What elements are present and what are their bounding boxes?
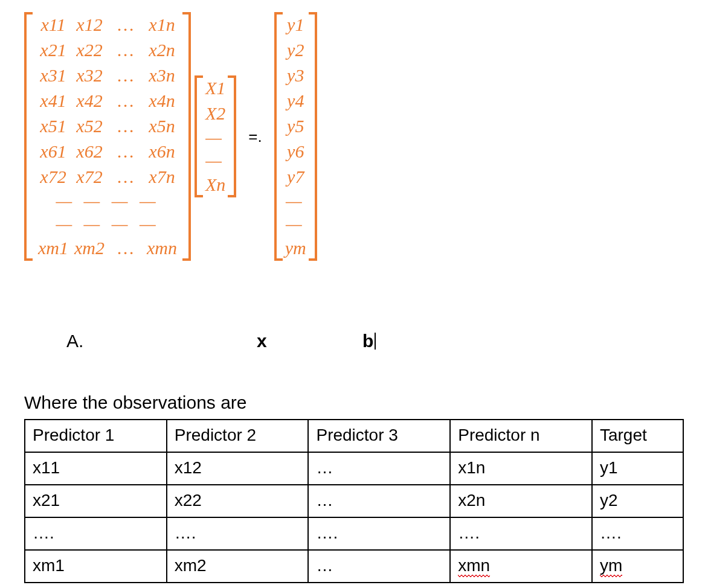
bracket-right-icon xyxy=(228,75,236,197)
bracket-right-icon xyxy=(182,12,191,261)
matrix-cell: x62 xyxy=(71,142,108,161)
matrix-cell: x72 xyxy=(35,168,71,186)
vector-cell: y7 xyxy=(287,167,304,187)
matrix-cell: … xyxy=(108,168,144,186)
label-x: x xyxy=(257,331,267,351)
vector-x: X1 X2 — — Xn xyxy=(195,75,236,197)
table-row: …. …. …. …. …. xyxy=(25,517,683,550)
table-cell: x1n xyxy=(450,452,592,485)
spellcheck-underline: ym xyxy=(600,556,622,577)
vector-cell: y5 xyxy=(287,116,304,136)
table-cell: x22 xyxy=(167,485,309,517)
matrix-cell: xm1 xyxy=(35,239,71,257)
matrix-cell: … xyxy=(108,92,144,110)
vector-cell: y6 xyxy=(287,141,304,161)
table-header-cell: Predictor 3 xyxy=(308,420,450,452)
equals-sign: =. xyxy=(240,127,270,146)
label-a: A. xyxy=(66,331,83,351)
bracket-left-icon xyxy=(274,12,283,261)
table-cell: y2 xyxy=(592,485,683,517)
vector-cell: X1 xyxy=(205,78,225,98)
table-cell: … xyxy=(308,452,450,485)
table-cell: x11 xyxy=(25,452,167,485)
table-cell: …. xyxy=(450,517,592,550)
table-row: xm1 xm2 … xmn ym xyxy=(25,550,683,583)
matrix-cell: x51 xyxy=(35,117,71,135)
matrix-cell: … xyxy=(108,117,144,135)
bracket-left-icon xyxy=(195,75,203,197)
matrix-cell: … xyxy=(108,16,144,34)
table-cell: … xyxy=(308,485,450,517)
equation-row: x11x12…x1n x21x22…x2n x31x32…x3n x41x42…… xyxy=(24,12,708,261)
table-header-cell: Predictor 1 xyxy=(25,420,167,452)
matrix-cell: x21 xyxy=(35,41,71,59)
matrix-cell: x7n xyxy=(144,168,180,186)
table-cell: …. xyxy=(167,517,309,550)
table-cell: x21 xyxy=(25,485,167,517)
matrix-cell: x32 xyxy=(71,66,108,85)
vector-cell: y4 xyxy=(287,91,304,110)
observations-table: Predictor 1 Predictor 2 Predictor 3 Pred… xyxy=(24,419,684,583)
vector-cell: Xn xyxy=(205,174,225,194)
matrix-cell: x61 xyxy=(35,142,71,161)
vector-ellipsis: — xyxy=(203,126,228,149)
matrix-cell: x72 xyxy=(71,168,108,186)
vector-ellipsis: — xyxy=(203,149,228,172)
bracket-left-icon xyxy=(24,12,33,261)
table-row: x11 x12 … x1n y1 xyxy=(25,452,683,485)
vector-cell: ym xyxy=(285,238,306,258)
matrix-cell: x6n xyxy=(144,142,180,161)
vector-cell: y1 xyxy=(287,14,304,34)
table-header-cell: Predictor n xyxy=(450,420,592,452)
spellcheck-underline: xmn xyxy=(458,556,490,577)
matrix-cell: x4n xyxy=(144,92,180,110)
table-row: x21 x22 … x2n y2 xyxy=(25,485,683,517)
matrix-ellipsis: — — — — xyxy=(33,213,182,235)
matrix-cell: … xyxy=(108,239,144,257)
matrix-cell: … xyxy=(108,41,144,59)
bracket-right-icon xyxy=(309,12,317,261)
vector-ellipsis: — xyxy=(283,190,309,213)
matrix-cell: xm2 xyxy=(71,239,108,257)
label-b: b xyxy=(362,331,376,351)
matrix-cell: x2n xyxy=(144,41,180,59)
matrix-a: x11x12…x1n x21x22…x2n x31x32…x3n x41x42…… xyxy=(24,12,191,261)
vector-cell: y3 xyxy=(287,65,304,85)
matrix-cell: x41 xyxy=(35,92,71,110)
matrix-cell: x5n xyxy=(144,117,180,135)
matrix-ellipsis: — — — — xyxy=(33,190,182,213)
matrix-cell: x1n xyxy=(144,16,180,34)
matrix-cell: x22 xyxy=(71,41,108,59)
table-cell: x12 xyxy=(167,452,309,485)
table-cell: x2n xyxy=(450,485,592,517)
matrix-cell: x52 xyxy=(71,117,108,135)
table-cell: y1 xyxy=(592,452,683,485)
matrix-cell: xmn xyxy=(144,239,180,257)
body-text: Where the observations are xyxy=(24,392,247,413)
vector-cell: X2 xyxy=(205,103,225,123)
table-row: Predictor 1 Predictor 2 Predictor 3 Pred… xyxy=(25,420,683,452)
table-cell: …. xyxy=(592,517,683,550)
table-cell: xm2 xyxy=(167,550,309,583)
table-cell: xm1 xyxy=(25,550,167,583)
table-cell: …. xyxy=(308,517,450,550)
matrix-cell: x3n xyxy=(144,66,180,85)
table-header-cell: Target xyxy=(592,420,683,452)
table-cell: ym xyxy=(592,550,683,583)
matrix-cell: x11 xyxy=(35,16,71,34)
table-header-cell: Predictor 2 xyxy=(167,420,309,452)
matrix-cell: x31 xyxy=(35,66,71,85)
vector-b: y1 y2 y3 y4 y5 y6 y7 — — ym xyxy=(274,12,317,261)
vector-ellipsis: — xyxy=(283,213,309,235)
equation-area: x11x12…x1n x21x22…x2n x31x32…x3n x41x42…… xyxy=(0,0,708,314)
table-cell: …. xyxy=(25,517,167,550)
vector-cell: y2 xyxy=(287,40,304,60)
matrix-cell: x42 xyxy=(71,92,108,110)
matrix-cell: … xyxy=(108,66,144,85)
matrix-cell: … xyxy=(108,142,144,161)
table-cell: xmn xyxy=(450,550,592,583)
table-cell: … xyxy=(308,550,450,583)
matrix-cell: x12 xyxy=(71,16,108,34)
